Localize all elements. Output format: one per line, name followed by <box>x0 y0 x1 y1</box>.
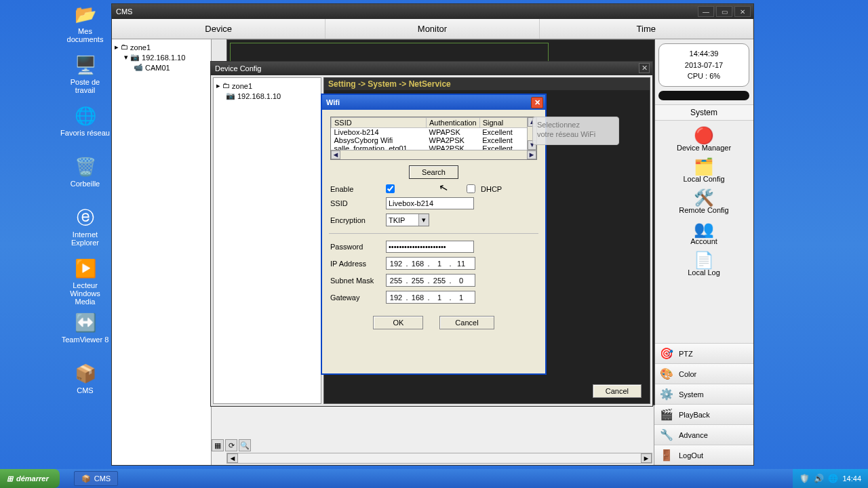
taskbar[interactable]: ⊞démarrer 📦CMS 🛡️ 🔊 🌐 14:44 <box>0 469 868 488</box>
cms-bottom-panel: ▦ ⟳ 🔍 ◄► <box>212 405 654 465</box>
menu-monitor[interactable]: Monitor <box>326 19 539 39</box>
label-ip: IP Address <box>330 260 380 268</box>
desktop-icon-lecteur-windows-media[interactable]: ▶️Lecteur Windows Media <box>60 258 111 306</box>
close-button[interactable]: ✕ <box>734 6 751 17</box>
desktop-icon-teamviewer-8[interactable]: ↔️TeamViewer 8 <box>60 312 111 344</box>
side-tab-ptz[interactable]: 🎯PTZ <box>654 343 753 363</box>
devcfg-tree[interactable]: ▸ 🗀 zone1 📷 192.168.1.10 <box>213 77 321 404</box>
ip-octet[interactable] <box>430 260 449 268</box>
taskbar-item-cms[interactable]: 📦CMS <box>74 471 118 486</box>
ip-octet[interactable] <box>452 293 471 302</box>
cms-device-tree[interactable]: ▸ 🗀 zone1 ▾ 📷 192.168.1.10 📹 CAM01 <box>112 39 212 465</box>
password-input[interactable] <box>386 241 474 253</box>
wifi-cancel-button[interactable]: Cancel <box>439 316 494 329</box>
wifi-close-button[interactable]: ✕ <box>531 97 543 108</box>
tray-clock[interactable]: 14:44 <box>842 474 861 483</box>
cms-titlebar[interactable]: CMS — ▭ ✕ <box>112 4 753 19</box>
wifi-network-row[interactable]: Livebox-b214WPAPSKExcellent <box>332 128 536 137</box>
tool-icon-1[interactable]: ▦ <box>212 439 224 451</box>
wifi-ok-button[interactable]: OK <box>373 316 423 329</box>
system-item-local-config[interactable]: 🗂️Local Config <box>682 156 726 184</box>
desktop-icon-mes-documents[interactable]: 📂Mes documents <box>60 3 111 43</box>
wifi-network-list[interactable]: SSID Authentication Signal Livebox-b214W… <box>330 117 537 160</box>
ip-octet[interactable] <box>408 277 427 285</box>
wifi-hscrollbar[interactable]: ◄► <box>331 150 536 159</box>
devcfg-titlebar[interactable]: Device Config ✕ <box>211 62 652 75</box>
desktop: 📂Mes documents🖥️Poste de travail🌐Favoris… <box>0 0 868 469</box>
tree-zone[interactable]: ▸ 🗀 zone1 <box>115 42 208 52</box>
tool-icon-2[interactable]: ⟳ <box>225 439 237 451</box>
col-ssid[interactable]: SSID <box>332 118 427 128</box>
devcfg-tree-zone[interactable]: ▸ 🗀 zone1 <box>216 81 318 91</box>
tree-ip[interactable]: ▾ 📷 192.168.1.10 <box>124 52 208 62</box>
ssid-input[interactable] <box>386 197 474 209</box>
label-password: Password <box>330 243 380 251</box>
clock-date: 2013-07-17 <box>663 60 745 71</box>
desktop-icon-internet-explorer[interactable]: ⓔInternet Explorer <box>60 207 111 247</box>
tray-icon[interactable]: 🔊 <box>814 474 824 483</box>
system-item-account[interactable]: 👥Account <box>689 218 719 247</box>
ip-address-input[interactable]: ... <box>386 257 475 270</box>
clock-cpu: CPU : 6% <box>663 70 745 82</box>
desktop-icon-poste-de-travail[interactable]: 🖥️Poste de travail <box>60 54 111 94</box>
devcfg-cancel-button[interactable]: Cancel <box>593 384 642 398</box>
desktop-icon-cms[interactable]: 📦CMS <box>60 363 111 394</box>
wifi-title-text: Wifi <box>326 98 340 106</box>
col-auth[interactable]: Authentication <box>427 118 480 128</box>
desktop-icon-corbeille[interactable]: 🗑️Corbeille <box>60 156 111 188</box>
hscrollbar[interactable]: ◄► <box>226 453 652 464</box>
side-tab-logout[interactable]: 🚪LogOut <box>654 445 753 465</box>
devcfg-close-button[interactable]: ✕ <box>639 63 650 73</box>
wifi-search-button[interactable]: Search <box>409 165 458 179</box>
enable-checkbox[interactable] <box>386 184 395 193</box>
ip-octet[interactable] <box>452 277 471 285</box>
wifi-titlebar[interactable]: Wifi ✕ <box>322 95 545 110</box>
system-item-local-log[interactable]: 📄Local Log <box>686 249 722 278</box>
ip-octet[interactable] <box>430 277 449 285</box>
label-ssid: SSID <box>330 199 380 207</box>
tray-icon[interactable]: 🛡️ <box>800 474 810 483</box>
volume-bar[interactable] <box>658 91 749 100</box>
ip-octet[interactable] <box>452 260 471 268</box>
devcfg-breadcrumb: Setting -> System -> NetService <box>324 78 650 90</box>
devcfg-tree-ip[interactable]: 📷 192.168.1.10 <box>226 91 318 101</box>
label-enable: Enable <box>330 185 380 193</box>
windows-icon: ⊞ <box>7 474 13 483</box>
tooltip: Selectionnezvotre réseau WiFi <box>532 117 619 145</box>
ip-octet[interactable] <box>408 260 427 268</box>
system-tray[interactable]: 🛡️ 🔊 🌐 14:44 <box>793 469 868 488</box>
clock-box: 14:44:39 2013-07-17 CPU : 6% <box>658 43 749 87</box>
ip-octet[interactable] <box>408 293 427 302</box>
cms-title-text: CMS <box>116 7 132 16</box>
maximize-button[interactable]: ▭ <box>716 6 732 17</box>
tool-icon-3[interactable]: 🔍 <box>239 439 251 451</box>
label-subnet: Subnet Mask <box>330 277 380 285</box>
ip-octet[interactable] <box>430 293 449 302</box>
label-dhcp: DHCP <box>481 185 502 193</box>
start-button[interactable]: ⊞démarrer <box>0 469 60 488</box>
chevron-down-icon[interactable]: ▾ <box>418 214 429 226</box>
menu-time[interactable]: Time <box>540 19 753 39</box>
system-item-device-manager[interactable]: 🔴Device Manager <box>675 125 732 153</box>
encryption-select[interactable]: TKIP▾ <box>386 214 429 226</box>
ip-octet[interactable] <box>387 260 406 268</box>
side-tab-playback[interactable]: 🎬PlayBack <box>654 404 753 424</box>
subnet-mask-input[interactable]: ... <box>386 274 475 287</box>
side-tab-color[interactable]: 🎨Color <box>654 363 753 384</box>
desktop-icon-favoris-réseau[interactable]: 🌐Favoris réseau <box>60 105 111 137</box>
minimize-button[interactable]: — <box>698 6 714 17</box>
side-tab-advance[interactable]: 🔧Advance <box>654 424 753 445</box>
wifi-network-row[interactable]: AbsysCyborg WifiWPA2PSKExcellent <box>332 136 536 144</box>
wifi-dialog: Wifi ✕ SSID Authentication Signal Livebo… <box>321 94 547 375</box>
label-encryption: Encryption <box>330 216 380 224</box>
side-tab-system[interactable]: ⚙️System <box>654 384 753 404</box>
tree-cam[interactable]: 📹 CAM01 <box>134 62 208 73</box>
tray-icon[interactable]: 🌐 <box>828 474 838 483</box>
dhcp-checkbox[interactable] <box>467 184 475 193</box>
system-item-remote-config[interactable]: 🛠️Remote Config <box>677 187 730 216</box>
ip-octet[interactable] <box>387 293 406 302</box>
ip-octet[interactable] <box>387 277 406 285</box>
label-gateway: Gateway <box>330 293 380 302</box>
gateway-input[interactable]: ... <box>386 291 475 304</box>
menu-device[interactable]: Device <box>112 19 326 39</box>
